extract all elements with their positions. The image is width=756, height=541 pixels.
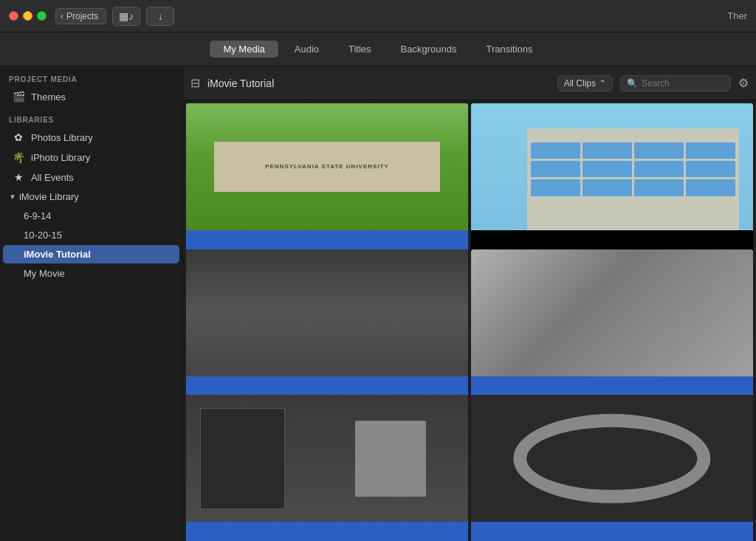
- content-toolbar: ⊟ iMovie Tutorial All Clips ⌃ 🔍 ⚙: [183, 66, 756, 100]
- all-events-label: All Events: [31, 172, 74, 183]
- film-icon-button[interactable]: ▦♪: [112, 7, 140, 26]
- window: [634, 161, 684, 177]
- gear-button[interactable]: ⚙: [738, 76, 749, 90]
- tab-my-media[interactable]: My Media: [210, 41, 278, 58]
- window: [686, 142, 735, 159]
- thumb-1-bg: PENNSYLVANIA STATE UNIVERSITY: [186, 103, 468, 230]
- tree-arrow-icon: ▼: [9, 193, 16, 201]
- minimize-button[interactable]: [23, 11, 32, 21]
- thumb-6-bg: [471, 395, 753, 522]
- thumb-2-building: [527, 128, 739, 230]
- thumb-5-bg: [186, 395, 468, 522]
- maximize-button[interactable]: [37, 11, 47, 21]
- titlebar-right-text: Ther: [727, 10, 747, 21]
- sidebar-item-6-9-14[interactable]: 6-9-14: [3, 207, 179, 225]
- traffic-lights: [9, 11, 47, 21]
- clips-label: All Clips: [564, 78, 596, 89]
- thumb-4-bg: [471, 249, 753, 376]
- window: [583, 179, 632, 196]
- grid-view-button[interactable]: ⊟: [190, 76, 200, 90]
- download-icon: ↓: [158, 10, 163, 22]
- search-input[interactable]: [642, 78, 724, 89]
- photos-icon: ✿: [12, 131, 25, 143]
- clips-selector[interactable]: All Clips ⌃: [557, 75, 613, 92]
- titlebar: ‹ Projects ▦♪ ↓ Ther: [0, 0, 756, 32]
- window: [583, 161, 632, 177]
- themes-icon: 🎬: [12, 91, 25, 103]
- window: [686, 179, 735, 196]
- thumb-1-sign: PENNSYLVANIA STATE UNIVERSITY: [214, 142, 440, 193]
- gear-icon: ⚙: [738, 77, 749, 89]
- sidebar-item-themes[interactable]: 🎬 Themes: [3, 87, 179, 106]
- search-icon: 🔍: [627, 78, 638, 89]
- sidebar-item-10-20-15[interactable]: 10-20-15: [3, 226, 179, 244]
- all-events-icon: ★: [12, 171, 25, 183]
- tab-audio[interactable]: Audio: [281, 41, 332, 58]
- back-icon: ‹: [61, 11, 63, 21]
- iphoto-icon: 🌴: [12, 151, 25, 163]
- iphoto-library-label: iPhoto Library: [31, 152, 90, 163]
- nav-tabs: My Media Audio Titles Backgrounds Transi…: [0, 32, 756, 66]
- imovie-library-label: iMovie Library: [19, 191, 79, 202]
- thumb-2-windows: [527, 139, 739, 200]
- sidebar-item-imovie-tutorial[interactable]: iMovie Tutorial: [3, 245, 179, 263]
- machine-right: [355, 421, 426, 497]
- grid-icon: ⊟: [190, 76, 200, 90]
- thumb-6-blue-bar: [471, 522, 753, 541]
- tab-titles[interactable]: Titles: [335, 41, 385, 58]
- project-media-label: PROJECT MEDIA: [0, 66, 182, 86]
- video-thumb-5[interactable]: [186, 395, 468, 541]
- tab-backgrounds[interactable]: Backgrounds: [388, 41, 470, 58]
- themes-label: Themes: [31, 92, 66, 103]
- window: [531, 142, 580, 159]
- film-icon: ▦♪: [119, 10, 134, 22]
- close-button[interactable]: [9, 11, 18, 21]
- projects-button[interactable]: ‹ Projects: [55, 8, 106, 24]
- 6-9-14-label: 6-9-14: [24, 210, 52, 221]
- sidebar-item-my-movie[interactable]: My Movie: [3, 264, 179, 283]
- tab-transitions[interactable]: Transitions: [472, 41, 546, 58]
- download-button[interactable]: ↓: [146, 7, 174, 26]
- window: [583, 142, 632, 159]
- sidebar-item-iphoto-library[interactable]: 🌴 iPhoto Library: [3, 148, 179, 167]
- window: [686, 161, 735, 177]
- libraries-label: LIBRARIES: [0, 107, 182, 127]
- sidebar-item-all-events[interactable]: ★ All Events: [3, 168, 179, 187]
- content-title: iMovie Tutorial: [207, 77, 274, 89]
- projects-label: Projects: [66, 11, 98, 21]
- 10-20-15-label: 10-20-15: [24, 230, 62, 241]
- window: [634, 142, 684, 159]
- video-thumb-6[interactable]: [471, 395, 753, 541]
- window: [634, 179, 684, 196]
- imovie-tutorial-label: iMovie Tutorial: [24, 249, 91, 260]
- video-grid: PENNSYLVANIA STATE UNIVERSITY: [183, 100, 756, 541]
- window: [531, 161, 580, 177]
- search-box[interactable]: 🔍: [620, 75, 731, 92]
- sidebar-item-photos-library[interactable]: ✿ Photos Library: [3, 128, 179, 147]
- thumb-5-blue-bar: [186, 522, 468, 541]
- thumb-2-bg: [471, 103, 753, 230]
- content-area: ⊟ iMovie Tutorial All Clips ⌃ 🔍 ⚙ PENNSY…: [183, 66, 756, 541]
- window: [531, 179, 580, 196]
- my-movie-label: My Movie: [24, 268, 65, 279]
- chevron-down-icon: ⌃: [599, 78, 606, 89]
- photos-library-label: Photos Library: [31, 132, 93, 143]
- machine-left: [200, 408, 285, 510]
- sidebar: PROJECT MEDIA 🎬 Themes LIBRARIES ✿ Photo…: [0, 66, 183, 541]
- thumb-3-bg: [186, 249, 468, 376]
- sidebar-item-imovie-library[interactable]: ▼ iMovie Library: [0, 187, 182, 206]
- main-layout: PROJECT MEDIA 🎬 Themes LIBRARIES ✿ Photo…: [0, 66, 756, 541]
- ring-shape: [513, 414, 710, 503]
